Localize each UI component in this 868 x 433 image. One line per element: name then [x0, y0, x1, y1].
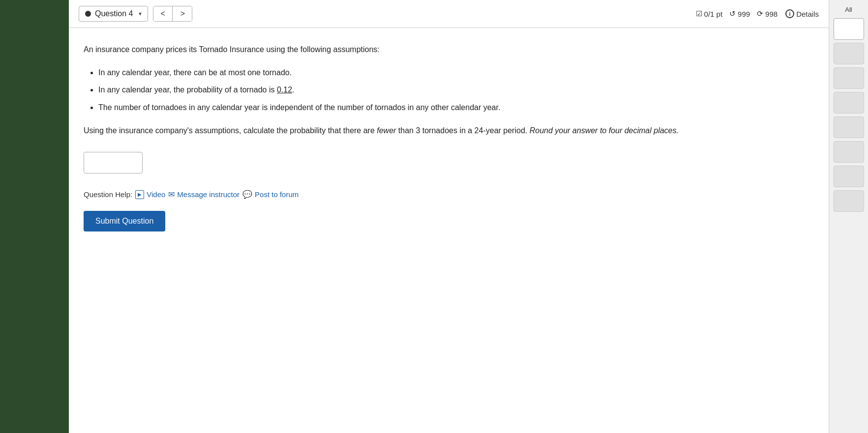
speech-icon: 💬 [242, 188, 252, 201]
right-sidebar: All [829, 0, 868, 433]
question-help: Question Help: ▶ Video ✉ Message instruc… [84, 188, 814, 201]
score-item: ☑ 0/1 pt [696, 9, 723, 18]
main-content: Question 4 ▾ < > ☑ 0/1 pt ↺ 999 ⟳ 998 [69, 0, 829, 433]
sidebar-item-1[interactable] [834, 18, 864, 40]
calc-text: Using the insurance company's assumption… [84, 124, 814, 137]
next-button[interactable]: > [174, 6, 192, 21]
message-instructor-link[interactable]: ✉ Message instructor [168, 188, 239, 201]
remaining-item: ⟳ 998 [757, 9, 778, 18]
mail-icon: ✉ [168, 188, 175, 201]
attempts-item: ↺ 999 [729, 9, 750, 18]
question-body: An insurance company prices its Tornado … [69, 28, 829, 433]
bullet-list: In any calendar year, there can be at mo… [98, 66, 814, 114]
video-icon: ▶ [135, 190, 144, 199]
sidebar-item-6[interactable] [834, 141, 864, 163]
score-info: ☑ 0/1 pt ↺ 999 ⟳ 998 [696, 9, 778, 18]
score-label: 0/1 pt [704, 10, 723, 18]
question-selector[interactable]: Question 4 ▾ [79, 6, 148, 22]
post-to-forum-link[interactable]: 💬 Post to forum [242, 188, 299, 201]
bullet-1: In any calendar year, there can be at mo… [98, 66, 814, 79]
submit-button[interactable]: Submit Question [84, 211, 165, 231]
attempts-label: 999 [738, 10, 750, 18]
prev-button[interactable]: < [153, 6, 172, 21]
left-sidebar [0, 0, 69, 433]
header-right: ☑ 0/1 pt ↺ 999 ⟳ 998 i Details [696, 9, 819, 18]
question-label: Question 4 [95, 9, 133, 18]
video-link[interactable]: ▶ Video [135, 189, 165, 201]
bullet-2: In any calendar year, the probability of… [98, 83, 814, 96]
help-label: Question Help: [84, 189, 132, 201]
history-icon: ↺ [729, 9, 736, 18]
details-label: Details [796, 10, 819, 18]
sidebar-item-5[interactable] [834, 116, 864, 138]
sidebar-item-7[interactable] [834, 166, 864, 187]
question-header: Question 4 ▾ < > ☑ 0/1 pt ↺ 999 ⟳ 998 [69, 0, 829, 28]
sidebar-all-label: All [843, 4, 854, 15]
refresh-icon: ⟳ [757, 9, 763, 18]
bullet-3: The number of tornadoes in any calendar … [98, 101, 814, 114]
question-intro: An insurance company prices its Tornado … [84, 43, 814, 56]
question-dot [85, 11, 91, 17]
check-icon: ☑ [696, 9, 702, 18]
sidebar-item-4[interactable] [834, 92, 864, 114]
remaining-label: 998 [765, 10, 778, 18]
sidebar-item-2[interactable] [834, 43, 864, 64]
info-icon: i [785, 9, 794, 18]
nav-buttons: < > [153, 6, 192, 22]
sidebar-item-8[interactable] [834, 190, 864, 212]
sidebar-item-3[interactable] [834, 67, 864, 89]
details-button[interactable]: i Details [785, 9, 819, 18]
answer-input[interactable] [84, 152, 143, 173]
chevron-down-icon: ▾ [139, 10, 142, 17]
